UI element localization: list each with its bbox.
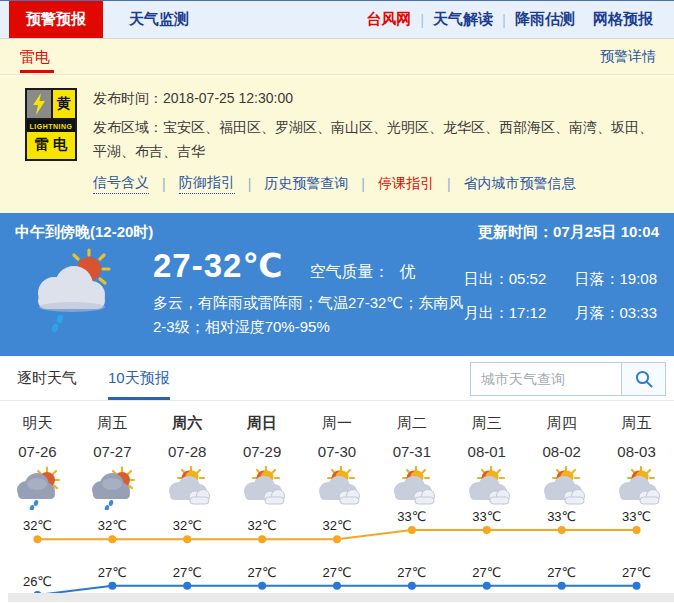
nav-link-4[interactable]: 网格预报 [584, 10, 662, 29]
chart-point [558, 582, 566, 590]
horizontal-scrollbar[interactable] [8, 593, 674, 602]
moonset-time: 月落：03:33 [574, 304, 657, 321]
temp-label: 32℃ [248, 518, 277, 533]
forecast-day-column[interactable]: 周一07-30 [300, 414, 375, 510]
day-date: 07-29 [225, 443, 300, 460]
day-date: 08-01 [449, 443, 524, 460]
chart-point [633, 582, 641, 590]
forecast-day-column[interactable]: 周二07-31 [374, 414, 449, 510]
chart-point [258, 582, 266, 590]
nav-link-2[interactable]: 天气解读 [424, 10, 502, 29]
chart-point [408, 526, 416, 534]
search-icon [634, 369, 654, 389]
link-separator: | [162, 176, 166, 192]
chart-point [183, 582, 191, 590]
chart-point [408, 582, 416, 590]
temp-label: 27℃ [397, 565, 426, 580]
chart-point [333, 535, 341, 543]
warning-link-1[interactable]: 信号含义 [93, 174, 149, 194]
top-nav: 预警预报 天气监测 台风网|天气解读|降雨估测网格预报 [0, 1, 674, 39]
sunrise-time: 日出：05:52 [464, 270, 547, 287]
temp-label: 27℃ [98, 565, 127, 580]
search-button[interactable] [622, 362, 666, 396]
ten-day-forecast-section: 明天07-26 周五07-27 周六 [0, 401, 674, 603]
temp-label: 33℃ [397, 509, 426, 524]
nav-link-1[interactable]: 台风网 [357, 10, 420, 29]
forecast-day-column[interactable]: 周三08-01 [449, 414, 524, 510]
lightning-yellow-warning-icon: 黄 LIGHTNING 雷电 [25, 88, 77, 161]
chart-point [558, 526, 566, 534]
warning-link-2[interactable]: 防御指引 [179, 174, 235, 194]
weather-portal-page: 预警预报 天气监测 台风网|天气解读|降雨估测网格预报 雷电 预警详情 黄 LI… [0, 0, 674, 603]
publish-time-label: 发布时间： [93, 90, 163, 106]
nav-links: 台风网|天气解读|降雨估测网格预报 [357, 1, 674, 38]
day-name: 周六 [150, 414, 225, 433]
publish-area-value: 宝安区、福田区、罗湖区、南山区、光明区、龙华区、西部海区、南湾、坂田、平湖、布吉… [93, 119, 653, 159]
chart-point [483, 582, 491, 590]
chart-point [108, 582, 116, 590]
temp-label: 27℃ [173, 565, 202, 580]
warning-links: 信号含义|防御指引|历史预警查询|停课指引|省内城市预警信息 [93, 174, 656, 194]
sun-moon-times: 日出：05:52 日落：19:08 月出：17:12 月落：03:33 [464, 246, 657, 339]
warning-color-char: 黄 [53, 90, 75, 118]
day-date: 07-26 [0, 443, 75, 460]
temp-label: 32℃ [98, 518, 127, 533]
chart-point [633, 526, 641, 534]
day-date: 08-02 [524, 443, 599, 460]
day-name: 周四 [524, 414, 599, 433]
chart-point [333, 582, 341, 590]
air-quality: 空气质量：优 [309, 262, 415, 283]
warning-band-text: LIGHTNING [27, 120, 75, 132]
warning-panel: 雷电 预警详情 黄 LIGHTNING 雷电 发布时间：2018-07-25 1… [0, 39, 674, 213]
forecast-day-column[interactable]: 周四08-02 [524, 414, 599, 510]
temp-label: 27℃ [622, 565, 651, 580]
warning-panel-header: 雷电 预警详情 [0, 39, 674, 75]
tab-ten-day-forecast[interactable]: 10天预报 [108, 356, 170, 400]
tab-weather-monitor-label: 天气监测 [129, 10, 189, 29]
tab-warning-forecast[interactable]: 预警预报 [9, 1, 103, 38]
forecast-day-column[interactable]: 周日07-29 [225, 414, 300, 510]
publish-area-line: 发布区域：宝安区、福田区、罗湖区、南山区、光明区、龙华区、西部海区、南湾、坂田、… [93, 115, 653, 163]
link-separator: | [248, 176, 252, 192]
sunset-time: 日落：19:08 [574, 270, 657, 287]
tab-warning-forecast-label: 预警预报 [26, 10, 86, 29]
lightning-bolt-icon [27, 90, 53, 118]
day-name: 周三 [449, 414, 524, 433]
publish-area-label: 发布区域： [93, 119, 163, 135]
current-conditions-panel: 中午到傍晚(12-20时) 更新时间：07月25日 10:04 [0, 213, 674, 356]
forecast-day-column[interactable]: 周五07-27 [75, 414, 150, 510]
nav-link-3[interactable]: 降雨估测 [506, 10, 584, 29]
forecast-day-column[interactable]: 明天07-26 [0, 414, 75, 510]
temp-label: 33℃ [547, 509, 576, 524]
temp-label: 32℃ [322, 518, 351, 533]
tab-weather-monitor[interactable]: 天气监测 [103, 1, 215, 38]
city-search [470, 362, 666, 396]
forecast-day-column[interactable]: 周六07-28 [150, 414, 225, 510]
forecast-day-column[interactable]: 周五08-03 [599, 414, 674, 510]
warning-link-3[interactable]: 历史预警查询 [264, 175, 348, 193]
chart-point [258, 535, 266, 543]
tab-hourly-weather[interactable]: 逐时天气 [17, 356, 77, 400]
day-date: 07-28 [150, 443, 225, 460]
temperature-chart: 32℃32℃32℃32℃32℃33℃33℃33℃33℃26℃27℃27℃27℃2… [0, 499, 674, 602]
warning-detail-link[interactable]: 预警详情 [600, 48, 656, 66]
link-separator: | [447, 176, 451, 192]
temp-label: 32℃ [173, 518, 202, 533]
warning-link-4[interactable]: 停课指引 [378, 175, 434, 193]
day-name: 周一 [300, 414, 375, 433]
warning-link-5[interactable]: 省内城市预警信息 [464, 175, 576, 193]
temp-label: 26℃ [23, 574, 52, 589]
forecast-tab-bar: 逐时天气 10天预报 [0, 356, 674, 401]
day-name: 周五 [75, 414, 150, 433]
chart-point [483, 526, 491, 534]
temp-label: 27℃ [248, 565, 277, 580]
chart-point [183, 535, 191, 543]
warning-type-label: 雷电 [20, 48, 50, 67]
weather-description: 多云，有阵雨或雷阵雨；气温27-32℃；东南风2-3级；相对湿度70%-95% [153, 291, 464, 339]
temp-label: 33℃ [472, 509, 501, 524]
link-separator: | [361, 176, 365, 192]
forecast-period-label: 中午到傍晚(12-20时) [15, 223, 153, 242]
temp-label: 27℃ [322, 565, 351, 580]
day-date: 08-03 [599, 443, 674, 460]
city-search-input[interactable] [470, 362, 622, 396]
